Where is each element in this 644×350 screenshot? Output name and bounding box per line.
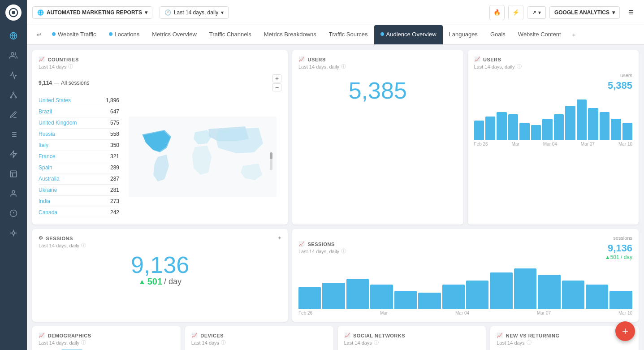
tab-label-audience-overview: Audience Overview bbox=[386, 31, 437, 38]
up-arrow-icon: ▲ bbox=[138, 278, 146, 286]
country-name-it[interactable]: Italy bbox=[39, 142, 48, 148]
brand-dropdown[interactable]: 🌐 AUTOMATED MARKETING REPORTS ▾ bbox=[32, 6, 152, 19]
demographics-subtitle: Last 14 days, daily ⓘ bbox=[39, 339, 174, 346]
social-card: 📈 SOCIAL NETWORKS Last 14 days ⓘ bbox=[338, 326, 486, 350]
country-count-ca: 242 bbox=[110, 209, 119, 216]
sidebar-icon-person[interactable] bbox=[5, 186, 22, 202]
bar bbox=[531, 125, 541, 140]
share-button[interactable]: ↗ ▾ bbox=[527, 6, 546, 19]
country-name-uk[interactable]: United Kingdom bbox=[39, 120, 77, 126]
bar bbox=[298, 287, 321, 309]
trend-icon-sessions-chart: 📈 bbox=[298, 241, 305, 247]
country-count-it: 350 bbox=[110, 142, 119, 148]
tab-metrics-breakdowns[interactable]: Metrics Breakdowns bbox=[258, 25, 323, 45]
country-count-us: 1,896 bbox=[106, 97, 119, 104]
devices-card: 📈 DEVICES Last 14 days ⓘ bbox=[185, 326, 333, 350]
bar bbox=[485, 117, 495, 140]
country-count-fr: 321 bbox=[110, 153, 119, 160]
country-name-us[interactable]: United States bbox=[39, 97, 71, 104]
tab-label-traffic-sources: Traffic Sources bbox=[329, 31, 368, 38]
sessions-grid: ⚙ SESSIONS ✦ Last 14 days, daily ⓘ 9,136… bbox=[32, 229, 639, 322]
topbar: 🌐 AUTOMATED MARKETING REPORTS ▾ 🕐 Last 1… bbox=[27, 0, 644, 25]
countries-list: United States1,896 Brazil647 United King… bbox=[39, 95, 119, 218]
analytics-dropdown[interactable]: GOOGLE ANALYTICS ▾ bbox=[549, 6, 620, 19]
country-name-fr[interactable]: France bbox=[39, 153, 55, 160]
svg-point-7 bbox=[15, 97, 17, 98]
sidebar-icon-chart[interactable] bbox=[5, 67, 22, 83]
users-chart-card: 📈 USERS Last 14 days, daily ⓘ users 5,38… bbox=[468, 50, 639, 225]
fire-icon-btn[interactable]: 🔥 bbox=[489, 5, 505, 20]
fab-add-button[interactable]: + bbox=[615, 321, 635, 341]
country-name-br[interactable]: Brazil bbox=[39, 108, 52, 115]
tab-add-button[interactable]: ＋ bbox=[567, 25, 581, 45]
users-bar-chart bbox=[474, 95, 633, 140]
bar bbox=[370, 285, 393, 309]
country-row: Canada242 bbox=[39, 207, 119, 218]
bar bbox=[322, 283, 345, 309]
per-day-label: / day bbox=[164, 277, 182, 286]
tab-label-metrics-overview: Metrics Overview bbox=[152, 31, 197, 38]
sidebar-icon-list[interactable] bbox=[5, 126, 22, 143]
info-icon-sessions: ⓘ bbox=[81, 242, 86, 249]
country-count-br: 647 bbox=[110, 108, 119, 115]
menu-button[interactable]: ☰ bbox=[623, 5, 639, 20]
logo[interactable] bbox=[5, 4, 22, 21]
tab-label-website-content: Website Content bbox=[518, 31, 561, 38]
tab-traffic-sources[interactable]: Traffic Sources bbox=[323, 25, 374, 45]
country-row: Australia287 bbox=[39, 173, 119, 185]
bar bbox=[508, 114, 518, 140]
sidebar-icon-bug[interactable] bbox=[5, 225, 22, 241]
info-icon-users-chart: ⓘ bbox=[517, 63, 522, 70]
country-row: United States1,896 bbox=[39, 95, 119, 106]
tab-traffic-channels[interactable]: Traffic Channels bbox=[203, 25, 258, 45]
countries-content: United States1,896 Brazil647 United King… bbox=[39, 95, 281, 218]
sidebar-icon-globe[interactable] bbox=[5, 28, 22, 44]
sidebar-icon-users[interactable] bbox=[5, 48, 22, 64]
topbar-right: 🔥 ⚡ ↗ ▾ GOOGLE ANALYTICS ▾ ☰ bbox=[489, 5, 639, 20]
sessions-chart-title: 📈 SESSIONS bbox=[298, 241, 346, 247]
new-vs-returning-subtitle: Last 14 days ⓘ bbox=[497, 339, 632, 346]
tab-metrics-overview[interactable]: Metrics Overview bbox=[146, 25, 203, 45]
sidebar-icon-building[interactable] bbox=[5, 166, 22, 182]
collapse-button[interactable]: − bbox=[272, 83, 281, 91]
sessions-settings-icon[interactable]: ✦ bbox=[277, 235, 282, 241]
country-count-es: 289 bbox=[110, 164, 119, 171]
tab-languages[interactable]: Languages bbox=[443, 25, 484, 45]
sidebar-icon-network[interactable] bbox=[5, 87, 22, 103]
users-big-card: 📈 USERS Last 14 days, daily ⓘ 5,385 bbox=[292, 50, 463, 225]
analytics-label: GOOGLE ANALYTICS bbox=[554, 9, 609, 16]
sidebar-icon-pen[interactable] bbox=[5, 107, 22, 123]
info-icon-demo: ⓘ bbox=[81, 339, 86, 346]
country-name-ru[interactable]: Russia bbox=[39, 131, 55, 137]
country-row: Italy350 bbox=[39, 140, 119, 151]
analytics-chevron-icon: ▾ bbox=[612, 9, 615, 16]
tab-audience-overview[interactable]: Audience Overview bbox=[374, 25, 443, 45]
expand-button[interactable]: + bbox=[272, 74, 281, 82]
tab-back-button[interactable]: ↵ bbox=[32, 25, 46, 45]
date-range-dropdown[interactable]: 🕐 Last 14 days, daily ▾ bbox=[160, 6, 229, 19]
sidebar-icon-lightning[interactable] bbox=[5, 146, 22, 162]
tab-locations[interactable]: Locations bbox=[103, 25, 146, 45]
tab-website-content[interactable]: Website Content bbox=[512, 25, 567, 45]
svg-rect-17 bbox=[10, 171, 17, 177]
country-name-ua[interactable]: Ukraine bbox=[39, 187, 57, 193]
bottom-grid: 📈 DEMOGRAPHICS Last 14 days, daily ⓘ 18-… bbox=[32, 326, 639, 350]
country-name-au[interactable]: Australia bbox=[39, 176, 60, 182]
social-subtitle: Last 14 days ⓘ bbox=[344, 339, 480, 346]
bar bbox=[514, 268, 536, 309]
bolt-icon-btn[interactable]: ⚡ bbox=[508, 5, 523, 20]
tab-label-languages: Languages bbox=[449, 31, 478, 38]
ctrl-btns: + − bbox=[272, 74, 281, 91]
country-name-es[interactable]: Spain bbox=[39, 164, 52, 171]
sidebar-icon-info[interactable] bbox=[5, 205, 22, 221]
country-name-ca[interactable]: Canada bbox=[39, 209, 57, 216]
tab-goals[interactable]: Goals bbox=[484, 25, 512, 45]
country-count-in: 273 bbox=[110, 198, 119, 204]
svg-point-1 bbox=[12, 11, 15, 14]
sessions-chart-card: 📈 SESSIONS Last 14 days, daily ⓘ session… bbox=[292, 229, 639, 322]
tab-website-traffic[interactable]: Website Traffic bbox=[46, 25, 103, 45]
bar bbox=[611, 119, 621, 140]
sessions-chart-subtitle: Last 14 days, daily ⓘ bbox=[298, 248, 346, 255]
country-name-in[interactable]: India bbox=[39, 198, 50, 204]
svg-point-24 bbox=[12, 232, 15, 234]
